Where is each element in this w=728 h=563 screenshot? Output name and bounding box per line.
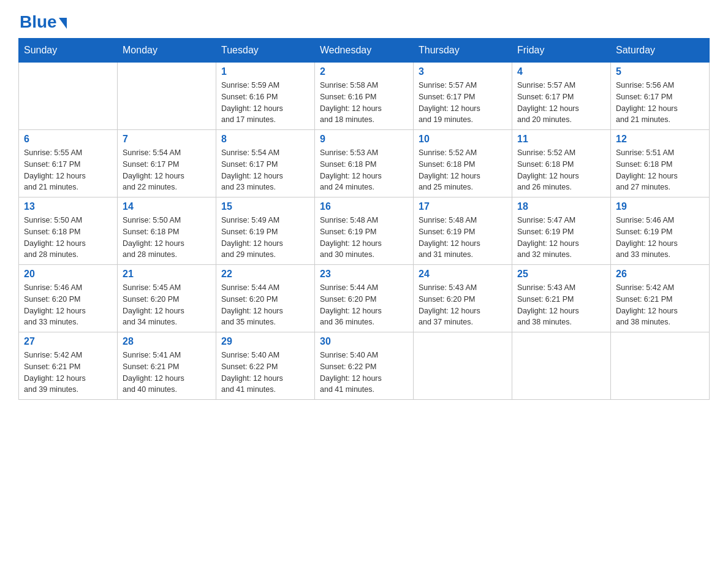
calendar-cell: 29Sunrise: 5:40 AM Sunset: 6:22 PM Dayli… [216, 332, 315, 400]
day-info: Sunrise: 5:58 AM Sunset: 6:16 PM Dayligh… [320, 80, 408, 126]
day-info: Sunrise: 5:48 AM Sunset: 6:19 PM Dayligh… [320, 215, 408, 261]
day-number: 11 [517, 134, 605, 145]
day-info: Sunrise: 5:46 AM Sunset: 6:20 PM Dayligh… [24, 282, 112, 328]
day-number: 6 [24, 134, 112, 145]
logo: Bl ue ▲ [18, 12, 67, 32]
day-info: Sunrise: 5:55 AM Sunset: 6:17 PM Dayligh… [24, 147, 112, 193]
calendar-cell: 13Sunrise: 5:50 AM Sunset: 6:18 PM Dayli… [19, 197, 118, 265]
calendar-cell: 14Sunrise: 5:50 AM Sunset: 6:18 PM Dayli… [118, 197, 216, 265]
calendar-cell: 30Sunrise: 5:40 AM Sunset: 6:22 PM Dayli… [315, 332, 414, 400]
calendar-cell: 26Sunrise: 5:42 AM Sunset: 6:21 PM Dayli… [611, 265, 710, 332]
logo-triangle-icon: ▲ [59, 18, 67, 29]
weekday-header-monday: Monday [118, 39, 216, 63]
day-number: 19 [616, 201, 704, 212]
day-number: 28 [123, 336, 211, 347]
day-info: Sunrise: 5:44 AM Sunset: 6:20 PM Dayligh… [221, 282, 309, 328]
day-info: Sunrise: 5:51 AM Sunset: 6:18 PM Dayligh… [616, 147, 704, 193]
calendar-cell: 15Sunrise: 5:49 AM Sunset: 6:19 PM Dayli… [216, 197, 315, 265]
calendar-week-4: 20Sunrise: 5:46 AM Sunset: 6:20 PM Dayli… [19, 265, 710, 332]
day-info: Sunrise: 5:45 AM Sunset: 6:20 PM Dayligh… [123, 282, 211, 328]
day-number: 27 [24, 336, 112, 347]
day-info: Sunrise: 5:49 AM Sunset: 6:19 PM Dayligh… [221, 215, 309, 261]
weekday-header-wednesday: Wednesday [315, 39, 414, 63]
day-number: 13 [24, 201, 112, 212]
day-number: 20 [24, 269, 112, 280]
calendar-week-3: 13Sunrise: 5:50 AM Sunset: 6:18 PM Dayli… [19, 197, 710, 265]
day-number: 12 [616, 134, 704, 145]
calendar-week-2: 6Sunrise: 5:55 AM Sunset: 6:17 PM Daylig… [19, 130, 710, 197]
day-number: 3 [419, 66, 507, 77]
day-number: 29 [221, 336, 309, 347]
day-info: Sunrise: 5:52 AM Sunset: 6:18 PM Dayligh… [419, 147, 507, 193]
calendar-cell: 27Sunrise: 5:42 AM Sunset: 6:21 PM Dayli… [19, 332, 118, 400]
calendar-cell: 4Sunrise: 5:57 AM Sunset: 6:17 PM Daylig… [512, 63, 611, 130]
day-number: 14 [123, 201, 211, 212]
calendar-cell: 11Sunrise: 5:52 AM Sunset: 6:18 PM Dayli… [512, 130, 611, 197]
day-number: 21 [123, 269, 211, 280]
calendar-cell: 9Sunrise: 5:53 AM Sunset: 6:18 PM Daylig… [315, 130, 414, 197]
day-number: 18 [517, 201, 605, 212]
day-info: Sunrise: 5:52 AM Sunset: 6:18 PM Dayligh… [517, 147, 605, 193]
calendar-cell: 3Sunrise: 5:57 AM Sunset: 6:17 PM Daylig… [414, 63, 512, 130]
day-info: Sunrise: 5:43 AM Sunset: 6:21 PM Dayligh… [517, 282, 605, 328]
day-info: Sunrise: 5:50 AM Sunset: 6:18 PM Dayligh… [123, 215, 211, 261]
day-number: 5 [616, 66, 704, 77]
calendar-cell: 7Sunrise: 5:54 AM Sunset: 6:17 PM Daylig… [118, 130, 216, 197]
day-info: Sunrise: 5:42 AM Sunset: 6:21 PM Dayligh… [24, 350, 112, 396]
day-number: 4 [517, 66, 605, 77]
calendar-header-row: SundayMondayTuesdayWednesdayThursdayFrid… [19, 39, 710, 63]
day-info: Sunrise: 5:42 AM Sunset: 6:21 PM Dayligh… [616, 282, 704, 328]
calendar-week-5: 27Sunrise: 5:42 AM Sunset: 6:21 PM Dayli… [19, 332, 710, 400]
weekday-header-sunday: Sunday [19, 39, 118, 63]
day-info: Sunrise: 5:40 AM Sunset: 6:22 PM Dayligh… [320, 350, 408, 396]
day-number: 23 [320, 269, 408, 280]
day-number: 26 [616, 269, 704, 280]
day-info: Sunrise: 5:48 AM Sunset: 6:19 PM Dayligh… [419, 215, 507, 261]
logo-blue-ue: ue [37, 12, 57, 32]
calendar-cell: 6Sunrise: 5:55 AM Sunset: 6:17 PM Daylig… [19, 130, 118, 197]
calendar-cell: 20Sunrise: 5:46 AM Sunset: 6:20 PM Dayli… [19, 265, 118, 332]
calendar-cell: 21Sunrise: 5:45 AM Sunset: 6:20 PM Dayli… [118, 265, 216, 332]
weekday-header-thursday: Thursday [414, 39, 512, 63]
calendar-cell: 17Sunrise: 5:48 AM Sunset: 6:19 PM Dayli… [414, 197, 512, 265]
day-number: 10 [419, 134, 507, 145]
day-number: 15 [221, 201, 309, 212]
calendar-cell: 12Sunrise: 5:51 AM Sunset: 6:18 PM Dayli… [611, 130, 710, 197]
calendar-cell: 22Sunrise: 5:44 AM Sunset: 6:20 PM Dayli… [216, 265, 315, 332]
weekday-header-tuesday: Tuesday [216, 39, 315, 63]
calendar-cell [414, 332, 512, 400]
day-number: 7 [123, 134, 211, 145]
calendar-cell: 23Sunrise: 5:44 AM Sunset: 6:20 PM Dayli… [315, 265, 414, 332]
day-number: 17 [419, 201, 507, 212]
day-number: 9 [320, 134, 408, 145]
day-number: 22 [221, 269, 309, 280]
calendar-cell: 24Sunrise: 5:43 AM Sunset: 6:20 PM Dayli… [414, 265, 512, 332]
calendar-cell: 18Sunrise: 5:47 AM Sunset: 6:19 PM Dayli… [512, 197, 611, 265]
day-info: Sunrise: 5:41 AM Sunset: 6:21 PM Dayligh… [123, 350, 211, 396]
day-info: Sunrise: 5:40 AM Sunset: 6:22 PM Dayligh… [221, 350, 309, 396]
calendar-cell: 5Sunrise: 5:56 AM Sunset: 6:17 PM Daylig… [611, 63, 710, 130]
calendar-cell: 10Sunrise: 5:52 AM Sunset: 6:18 PM Dayli… [414, 130, 512, 197]
day-info: Sunrise: 5:43 AM Sunset: 6:20 PM Dayligh… [419, 282, 507, 328]
day-info: Sunrise: 5:54 AM Sunset: 6:17 PM Dayligh… [221, 147, 309, 193]
day-info: Sunrise: 5:50 AM Sunset: 6:18 PM Dayligh… [24, 215, 112, 261]
day-info: Sunrise: 5:53 AM Sunset: 6:18 PM Dayligh… [320, 147, 408, 193]
weekday-header-friday: Friday [512, 39, 611, 63]
day-info: Sunrise: 5:56 AM Sunset: 6:17 PM Dayligh… [616, 80, 704, 126]
calendar-cell: 16Sunrise: 5:48 AM Sunset: 6:19 PM Dayli… [315, 197, 414, 265]
day-number: 8 [221, 134, 309, 145]
day-number: 2 [320, 66, 408, 77]
day-info: Sunrise: 5:59 AM Sunset: 6:16 PM Dayligh… [221, 80, 309, 126]
calendar-cell: 19Sunrise: 5:46 AM Sunset: 6:19 PM Dayli… [611, 197, 710, 265]
calendar-cell [118, 63, 216, 130]
day-info: Sunrise: 5:46 AM Sunset: 6:19 PM Dayligh… [616, 215, 704, 261]
day-info: Sunrise: 5:57 AM Sunset: 6:17 PM Dayligh… [517, 80, 605, 126]
weekday-header-saturday: Saturday [611, 39, 710, 63]
day-number: 24 [419, 269, 507, 280]
calendar-cell: 28Sunrise: 5:41 AM Sunset: 6:21 PM Dayli… [118, 332, 216, 400]
day-number: 30 [320, 336, 408, 347]
day-number: 1 [221, 66, 309, 77]
calendar-table: SundayMondayTuesdayWednesdayThursdayFrid… [18, 38, 710, 400]
day-number: 25 [517, 269, 605, 280]
calendar-cell [19, 63, 118, 130]
